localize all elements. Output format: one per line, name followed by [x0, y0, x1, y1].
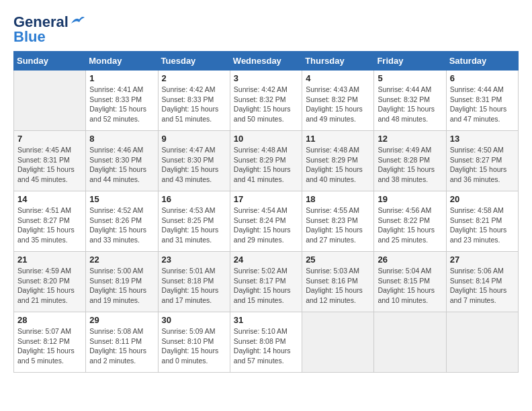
day-number: 18 — [306, 194, 370, 204]
day-number: 30 — [162, 315, 226, 325]
day-info: Sunrise: 4:59 AMSunset: 8:20 PMDaylight:… — [17, 266, 82, 306]
weekday-header-thursday: Thursday — [302, 52, 374, 71]
day-info: Sunrise: 5:00 AMSunset: 8:19 PMDaylight:… — [89, 266, 154, 306]
day-info: Sunrise: 5:10 AMSunset: 8:08 PMDaylight:… — [234, 326, 298, 366]
day-number: 11 — [306, 134, 370, 144]
calendar-cell: 28Sunrise: 5:07 AMSunset: 8:12 PMDayligh… — [14, 312, 86, 373]
calendar-cell: 26Sunrise: 5:04 AMSunset: 8:15 PMDayligh… — [374, 252, 446, 312]
calendar-week-row: 21Sunrise: 4:59 AMSunset: 8:20 PMDayligh… — [14, 252, 519, 312]
day-number: 5 — [378, 73, 442, 83]
day-number: 24 — [234, 255, 298, 265]
day-info: Sunrise: 4:53 AMSunset: 8:25 PMDaylight:… — [162, 205, 226, 245]
calendar-cell: 31Sunrise: 5:10 AMSunset: 8:08 PMDayligh… — [230, 312, 302, 373]
calendar-cell: 20Sunrise: 4:58 AMSunset: 8:21 PMDayligh… — [446, 191, 518, 252]
day-number: 10 — [234, 134, 298, 144]
day-number: 9 — [162, 134, 226, 144]
day-number: 31 — [234, 315, 298, 325]
calendar-cell: 18Sunrise: 4:55 AMSunset: 8:23 PMDayligh… — [302, 191, 374, 252]
day-info: Sunrise: 4:41 AMSunset: 8:33 PMDaylight:… — [89, 85, 154, 124]
day-number: 13 — [450, 134, 515, 144]
day-number: 19 — [378, 194, 442, 204]
day-number: 26 — [378, 255, 442, 265]
day-info: Sunrise: 5:02 AMSunset: 8:17 PMDaylight:… — [234, 266, 298, 306]
calendar-cell: 30Sunrise: 5:09 AMSunset: 8:10 PMDayligh… — [158, 312, 230, 373]
day-info: Sunrise: 4:48 AMSunset: 8:29 PMDaylight:… — [234, 145, 298, 185]
calendar-cell: 8Sunrise: 4:46 AMSunset: 8:30 PMDaylight… — [86, 131, 158, 191]
calendar-cell — [14, 71, 86, 131]
logo: General Blue — [13, 13, 86, 46]
calendar-cell: 4Sunrise: 4:43 AMSunset: 8:32 PMDaylight… — [302, 71, 374, 131]
day-info: Sunrise: 5:09 AMSunset: 8:10 PMDaylight:… — [162, 326, 226, 366]
day-number: 25 — [306, 255, 370, 265]
day-info: Sunrise: 5:04 AMSunset: 8:15 PMDaylight:… — [378, 266, 442, 306]
weekday-header-tuesday: Tuesday — [158, 52, 230, 71]
calendar-week-row: 7Sunrise: 4:45 AMSunset: 8:31 PMDaylight… — [14, 131, 519, 191]
calendar-cell: 5Sunrise: 4:44 AMSunset: 8:32 PMDaylight… — [374, 71, 446, 131]
calendar-cell: 23Sunrise: 5:01 AMSunset: 8:18 PMDayligh… — [158, 252, 230, 312]
calendar-week-row: 1Sunrise: 4:41 AMSunset: 8:33 PMDaylight… — [14, 71, 519, 131]
day-number: 15 — [89, 194, 154, 204]
calendar-cell: 1Sunrise: 4:41 AMSunset: 8:33 PMDaylight… — [86, 71, 158, 131]
day-info: Sunrise: 5:08 AMSunset: 8:11 PMDaylight:… — [89, 326, 154, 366]
day-number: 27 — [450, 255, 515, 265]
day-number: 6 — [450, 73, 515, 83]
day-number: 12 — [378, 134, 442, 144]
day-info: Sunrise: 4:43 AMSunset: 8:32 PMDaylight:… — [306, 85, 370, 124]
calendar-cell: 17Sunrise: 4:54 AMSunset: 8:24 PMDayligh… — [230, 191, 302, 252]
day-info: Sunrise: 4:45 AMSunset: 8:31 PMDaylight:… — [17, 145, 82, 185]
calendar-cell: 27Sunrise: 5:06 AMSunset: 8:14 PMDayligh… — [446, 252, 518, 312]
day-info: Sunrise: 4:44 AMSunset: 8:31 PMDaylight:… — [450, 85, 515, 124]
calendar-cell: 3Sunrise: 4:42 AMSunset: 8:32 PMDaylight… — [230, 71, 302, 131]
day-info: Sunrise: 4:47 AMSunset: 8:30 PMDaylight:… — [162, 145, 226, 185]
day-info: Sunrise: 4:50 AMSunset: 8:27 PMDaylight:… — [450, 145, 515, 185]
logo-bird-icon — [70, 14, 86, 26]
day-number: 17 — [234, 194, 298, 204]
calendar-cell: 24Sunrise: 5:02 AMSunset: 8:17 PMDayligh… — [230, 252, 302, 312]
day-number: 23 — [162, 255, 226, 265]
day-info: Sunrise: 4:58 AMSunset: 8:21 PMDaylight:… — [450, 205, 515, 245]
day-number: 1 — [89, 73, 154, 83]
day-info: Sunrise: 4:48 AMSunset: 8:29 PMDaylight:… — [306, 145, 370, 185]
day-info: Sunrise: 5:07 AMSunset: 8:12 PMDaylight:… — [17, 326, 82, 366]
day-number: 3 — [234, 73, 298, 83]
page-header: General Blue — [13, 13, 519, 46]
calendar-cell: 22Sunrise: 5:00 AMSunset: 8:19 PMDayligh… — [86, 252, 158, 312]
calendar-cell: 2Sunrise: 4:42 AMSunset: 8:33 PMDaylight… — [158, 71, 230, 131]
day-number: 7 — [17, 134, 82, 144]
day-number: 28 — [17, 315, 82, 325]
day-info: Sunrise: 4:42 AMSunset: 8:33 PMDaylight:… — [162, 85, 226, 124]
calendar-cell: 6Sunrise: 4:44 AMSunset: 8:31 PMDaylight… — [446, 71, 518, 131]
weekday-header-row: SundayMondayTuesdayWednesdayThursdayFrid… — [14, 52, 519, 71]
day-info: Sunrise: 4:55 AMSunset: 8:23 PMDaylight:… — [306, 205, 370, 245]
calendar-week-row: 28Sunrise: 5:07 AMSunset: 8:12 PMDayligh… — [14, 312, 519, 373]
calendar-cell: 15Sunrise: 4:52 AMSunset: 8:26 PMDayligh… — [86, 191, 158, 252]
calendar-cell: 14Sunrise: 4:51 AMSunset: 8:27 PMDayligh… — [14, 191, 86, 252]
calendar-cell: 9Sunrise: 4:47 AMSunset: 8:30 PMDaylight… — [158, 131, 230, 191]
calendar-cell: 19Sunrise: 4:56 AMSunset: 8:22 PMDayligh… — [374, 191, 446, 252]
day-info: Sunrise: 4:52 AMSunset: 8:26 PMDaylight:… — [89, 205, 154, 245]
day-number: 2 — [162, 73, 226, 83]
day-info: Sunrise: 4:49 AMSunset: 8:28 PMDaylight:… — [378, 145, 442, 185]
weekday-header-wednesday: Wednesday — [230, 52, 302, 71]
day-info: Sunrise: 4:42 AMSunset: 8:32 PMDaylight:… — [234, 85, 298, 124]
weekday-header-friday: Friday — [374, 52, 446, 71]
calendar-cell — [446, 312, 518, 373]
calendar-cell: 13Sunrise: 4:50 AMSunset: 8:27 PMDayligh… — [446, 131, 518, 191]
logo-blue: Blue — [13, 28, 46, 46]
day-number: 8 — [89, 134, 154, 144]
calendar-cell: 11Sunrise: 4:48 AMSunset: 8:29 PMDayligh… — [302, 131, 374, 191]
day-number: 29 — [89, 315, 154, 325]
calendar-cell — [374, 312, 446, 373]
day-info: Sunrise: 5:01 AMSunset: 8:18 PMDaylight:… — [162, 266, 226, 306]
calendar-cell — [302, 312, 374, 373]
day-info: Sunrise: 4:56 AMSunset: 8:22 PMDaylight:… — [378, 205, 442, 245]
day-info: Sunrise: 4:46 AMSunset: 8:30 PMDaylight:… — [89, 145, 154, 185]
calendar-cell: 12Sunrise: 4:49 AMSunset: 8:28 PMDayligh… — [374, 131, 446, 191]
calendar-cell: 10Sunrise: 4:48 AMSunset: 8:29 PMDayligh… — [230, 131, 302, 191]
calendar-cell: 25Sunrise: 5:03 AMSunset: 8:16 PMDayligh… — [302, 252, 374, 312]
calendar-table: SundayMondayTuesdayWednesdayThursdayFrid… — [13, 51, 519, 373]
day-info: Sunrise: 4:44 AMSunset: 8:32 PMDaylight:… — [378, 85, 442, 124]
calendar-cell: 29Sunrise: 5:08 AMSunset: 8:11 PMDayligh… — [86, 312, 158, 373]
calendar-cell: 7Sunrise: 4:45 AMSunset: 8:31 PMDaylight… — [14, 131, 86, 191]
calendar-cell: 21Sunrise: 4:59 AMSunset: 8:20 PMDayligh… — [14, 252, 86, 312]
